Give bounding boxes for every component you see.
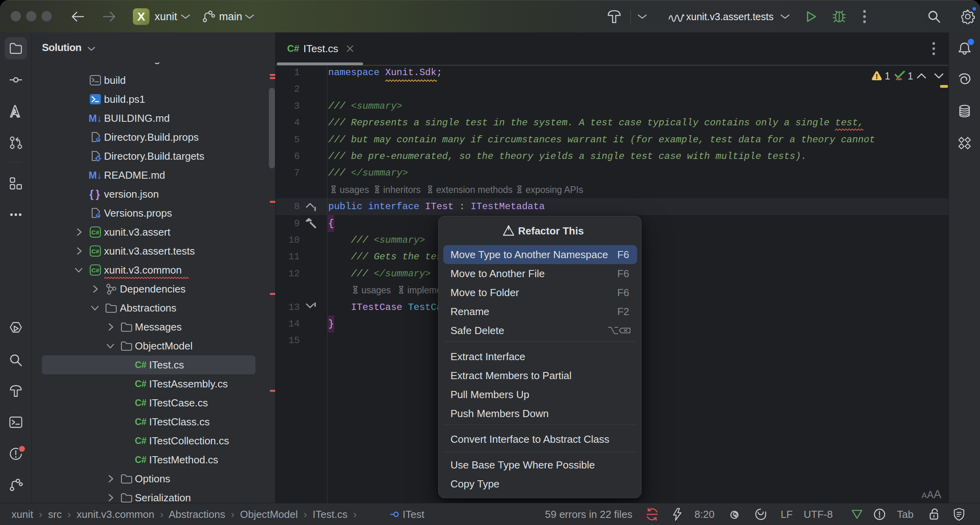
svg-text:C#: C# xyxy=(91,248,99,255)
svg-text:C#: C# xyxy=(91,229,99,236)
svg-text:C#: C# xyxy=(91,267,99,274)
